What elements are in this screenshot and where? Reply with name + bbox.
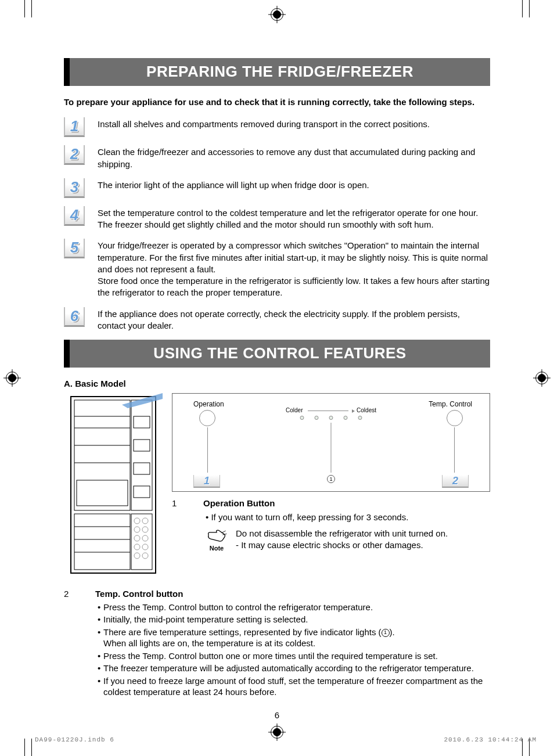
note-line-2: - It may cause electric shocks or other … <box>236 539 490 551</box>
step-4: 4 Set the temperature control to the col… <box>64 206 490 231</box>
section-title-preparing: PREPARING THE FRIDGE/FREEZER <box>64 58 490 86</box>
leader-line <box>454 427 455 473</box>
step-text: Set the temperature control to the colde… <box>89 206 490 231</box>
crop-mark <box>24 0 25 17</box>
section-title-using: USING THE CONTROL FEATURES <box>64 340 490 368</box>
scale-coldest: Coldest <box>357 407 376 413</box>
note-text: Do not disassemble the refrigerator with… <box>236 528 490 552</box>
svg-line-28 <box>222 531 226 532</box>
note-line-1: Do not disassemble the refrigerator with… <box>236 528 490 539</box>
crop-mark <box>529 0 530 17</box>
temp-bullets: Press the Temp. Control button to contro… <box>98 602 490 698</box>
step-number-icon: 1 <box>64 117 85 137</box>
fridge-illustration <box>64 393 163 582</box>
subhead-basic-model: A. Basic Model <box>64 378 490 390</box>
step-text: Your fridge/freezer is operated by a com… <box>89 239 490 298</box>
step-5: 5 Your fridge/freezer is operated by a c… <box>64 239 490 298</box>
step-number-icon: 2 <box>64 145 85 165</box>
operation-button-title: Operation Button <box>203 498 490 509</box>
note-row: Note Do not disassemble the refrigerator… <box>203 528 490 553</box>
svg-rect-9 <box>134 440 150 451</box>
bullet-text: There are five temperature settings, rep… <box>103 627 395 637</box>
label-operation: Operation <box>193 399 224 409</box>
step-1: 1 Install all shelves and compartments r… <box>64 117 490 137</box>
callout-2-icon: 2 <box>442 475 469 488</box>
step-2: 2 Clean the fridge/freezer and accessori… <box>64 145 490 170</box>
registration-mark-icon <box>535 372 548 384</box>
print-footer: DA99-01220J.indb 6 2010.6.23 10:44:24 AM <box>35 736 537 743</box>
svg-rect-7 <box>77 480 128 506</box>
indicator-lights <box>300 416 362 420</box>
bullet: The freezer temperature will be adjusted… <box>98 663 490 674</box>
page-number: 6 <box>64 710 490 721</box>
indicator-inline-icon: 1 <box>382 629 390 637</box>
crop-mark <box>24 739 25 756</box>
crop-mark <box>31 739 32 756</box>
step-3: 3 The interior light of the appliance wi… <box>64 178 490 198</box>
bullet: Press the Temp. Control button one or mo… <box>98 650 490 662</box>
crop-mark <box>31 0 32 17</box>
svg-rect-8 <box>134 416 150 428</box>
temp-control-section: 2 Temp. Control button Press the Temp. C… <box>64 588 490 699</box>
step-number-icon: 1 <box>172 498 197 509</box>
footer-left: DA99-01220J.indb 6 <box>35 736 114 743</box>
note-label: Note <box>203 544 230 553</box>
registration-mark-icon <box>271 8 283 21</box>
bullet-sub: When all lights are on, the temperature … <box>103 638 490 649</box>
operation-bullet: • If you want to turn off, keep pressing… <box>206 512 490 523</box>
label-temp-control: Temp. Control <box>429 399 472 409</box>
registration-mark-icon <box>6 372 19 384</box>
svg-rect-12 <box>74 514 130 570</box>
indicator-ref-icon: 1 <box>327 475 335 483</box>
step-text: Clean the fridge/freezer and accessories… <box>89 145 490 170</box>
leader-line <box>331 423 332 473</box>
scale-colder: Colder <box>286 407 303 413</box>
crop-mark <box>522 0 523 17</box>
footer-right: 2010.6.23 10:44:24 AM <box>444 736 537 743</box>
page-content: PREPARING THE FRIDGE/FREEZER To prepare … <box>64 58 490 721</box>
temp-control-button-icon <box>447 410 463 426</box>
intro-text: To prepare your appliance for use and to… <box>64 96 490 108</box>
step-number-icon: 4 <box>64 206 85 226</box>
scale: Colder Coldest <box>279 406 383 415</box>
step-number-icon: 3 <box>64 178 85 198</box>
bullet: Initially, the mid-point temperature set… <box>98 614 490 625</box>
step-text: If the appliance does not operate correc… <box>89 307 490 332</box>
svg-rect-10 <box>134 463 150 474</box>
operation-button-section: 1 Operation Button • If you want to turn… <box>172 498 490 552</box>
step-number-icon: 6 <box>64 307 85 327</box>
callout-1-icon: 1 <box>193 475 220 488</box>
step-text: The interior light of the appliance will… <box>89 178 490 191</box>
operation-button-icon <box>199 410 215 426</box>
temp-control-title: Temp. Control button <box>95 588 490 600</box>
step-number-icon: 5 <box>64 239 85 258</box>
bullet: There are five temperature settings, rep… <box>98 627 490 649</box>
step-number-icon: 2 <box>64 588 89 600</box>
note-hand-icon <box>206 528 227 543</box>
svg-rect-11 <box>134 486 150 498</box>
step-text: Install all shelves and compartments rem… <box>89 117 490 130</box>
control-panel-diagram: Operation Temp. Control Colder Coldest 1… <box>172 393 490 492</box>
step-6: 6 If the appliance does not operate corr… <box>64 307 490 332</box>
bullet: If you need to freeze large amount of fo… <box>98 675 490 698</box>
leader-line <box>207 427 208 473</box>
bullet: Press the Temp. Control button to contro… <box>98 602 490 613</box>
